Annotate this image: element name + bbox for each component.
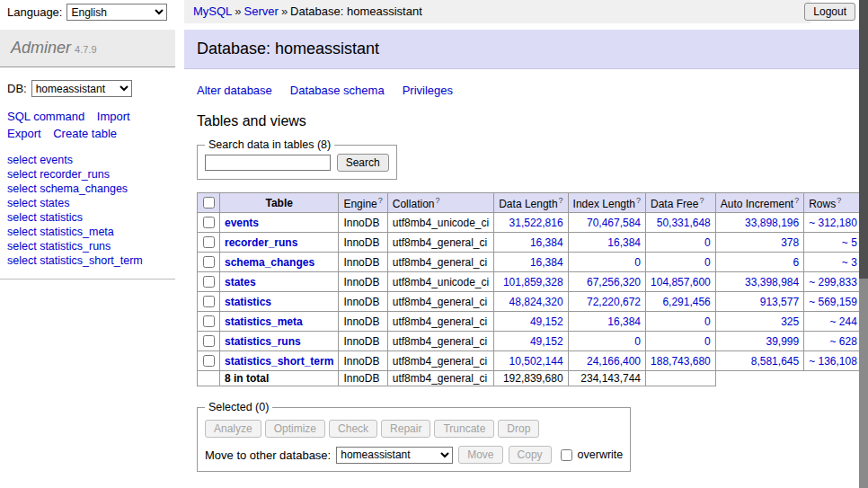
data-length-link[interactable]: 49,152 [530,335,563,348]
table-link[interactable]: statistics_meta [225,315,303,328]
index-length-link[interactable]: 67,256,320 [587,276,641,288]
total-data-free [646,371,716,386]
data-free-link[interactable]: 104,857,600 [651,276,711,288]
repair-button[interactable]: Repair [381,420,430,438]
help-icon: ? [378,196,383,205]
sidebar-item-select-events[interactable]: select events [7,153,175,167]
data-length-link[interactable]: 31,522,816 [509,217,563,229]
sidebar-item-select-states[interactable]: select states [7,196,175,210]
data-free-link[interactable]: 188,743,680 [651,355,711,368]
data-length-link[interactable]: 10,502,144 [509,355,563,368]
sidebar-create-table-link[interactable]: Create table [53,127,117,140]
sidebar-item-select-statistics[interactable]: select statistics [7,210,175,225]
row-checkbox[interactable] [203,335,215,347]
breadcrumb-mysql-link[interactable]: MySQL [193,4,232,18]
index-length-link[interactable]: 0 [634,256,641,269]
auto-increment-link[interactable]: 33,898,196 [745,217,799,229]
sidebar-export-link[interactable]: Export [7,127,41,140]
selected-actions: Analyze Optimize Check Repair Truncate D… [205,420,623,438]
auto-increment-link[interactable]: 325 [781,315,799,328]
rows-count-link[interactable]: ~ 5 [842,236,857,249]
move-database-select[interactable]: homeassistant [336,447,453,464]
search-button[interactable]: Search [337,154,389,172]
privileges-link[interactable]: Privileges [403,84,453,97]
copy-button[interactable]: Copy [509,446,552,464]
data-free-link[interactable]: 50,331,648 [657,217,711,229]
row-checkbox[interactable] [203,256,215,268]
sidebar-import-link[interactable]: Import [97,110,130,123]
rows-count-link[interactable]: ~ 244 [830,315,857,328]
alter-database-link[interactable]: Alter database [197,84,272,97]
data-length-link[interactable]: 48,824,320 [509,296,563,308]
table-link[interactable]: statistics [225,296,271,308]
analyze-button[interactable]: Analyze [205,420,261,438]
auto-increment-link[interactable]: 6 [793,256,799,269]
index-length-link[interactable]: 16,384 [607,315,641,328]
table-link[interactable]: statistics_runs [225,335,301,348]
breadcrumb-current: Database: homeassistant [290,4,422,18]
data-free-link[interactable]: 0 [704,256,711,269]
logout-button[interactable]: Logout [804,3,855,21]
sidebar-item-select-statistics-runs[interactable]: select statistics_runs [7,239,175,253]
auto-increment-link[interactable]: 39,999 [766,335,799,348]
row-checkbox[interactable] [203,296,215,307]
auto-increment-link[interactable]: 8,581,645 [751,355,799,368]
col-header-auto-increment: Auto Increment? [715,193,803,213]
rows-count-link[interactable]: ~ 3 [842,256,857,269]
index-length-link[interactable]: 72,220,672 [587,296,641,308]
select-all-checkbox[interactable] [203,197,215,209]
data-length-link[interactable]: 16,384 [530,236,563,249]
data-free-link[interactable]: 0 [704,236,711,249]
auto-increment-link[interactable]: 913,577 [760,296,799,308]
page-title: Database: homeassistant [184,30,868,69]
database-schema-link[interactable]: Database schema [290,84,385,97]
index-length-link[interactable]: 0 [634,335,641,348]
breadcrumb: MySQL»Server»Database: homeassistant [184,0,810,23]
table-link[interactable]: recorder_runs [225,236,297,249]
drop-button[interactable]: Drop [498,420,539,438]
check-button[interactable]: Check [329,420,377,438]
table-link[interactable]: statistics_short_term [225,355,333,368]
data-length-link[interactable]: 16,384 [530,256,563,269]
auto-increment-link[interactable]: 378 [781,236,799,249]
optimize-button[interactable]: Optimize [265,420,325,438]
scrollbar-thumb[interactable] [859,0,868,279]
rows-count-link[interactable]: ~ 569,159 [809,296,857,308]
search-input[interactable] [205,155,331,171]
breadcrumb-server-link[interactable]: Server [244,4,279,18]
sidebar-item-select-schema-changes[interactable]: select schema_changes [7,182,175,196]
data-free-link[interactable]: 6,291,456 [662,296,710,308]
row-checkbox[interactable] [203,315,215,327]
table-link[interactable]: schema_changes [225,256,314,269]
row-checkbox[interactable] [203,355,215,367]
rows-count-link[interactable]: ~ 628 [830,335,857,348]
rows-count-link[interactable]: ~ 299,833 [809,276,857,288]
table-link[interactable]: events [225,217,259,229]
breadcrumb-separator: » [281,4,288,18]
index-length-link[interactable]: 16,384 [607,236,641,249]
language-select[interactable]: English [66,4,167,21]
row-checkbox[interactable] [203,236,215,248]
rows-count-link[interactable]: ~ 312,180 [809,217,857,229]
overwrite-checkbox[interactable] [561,449,572,461]
auto-increment-link[interactable]: 33,398,984 [745,276,799,288]
truncate-button[interactable]: Truncate [434,420,494,438]
data-free-link[interactable]: 0 [704,335,711,348]
row-checkbox[interactable] [203,276,215,288]
scrollbar-track[interactable] [859,0,868,488]
sidebar-sql-command-link[interactable]: SQL command [7,110,84,123]
sidebar-item-select-recorder-runs[interactable]: select recorder_runs [7,167,175,182]
help-icon: ? [837,196,841,205]
row-checkbox[interactable] [203,217,215,228]
data-free-link[interactable]: 0 [704,315,711,328]
sidebar-item-select-statistics-meta[interactable]: select statistics_meta [7,225,175,239]
index-length-link[interactable]: 24,166,400 [587,355,641,368]
db-select[interactable]: homeassistant [31,80,132,97]
data-length-link[interactable]: 49,152 [530,315,563,328]
index-length-link[interactable]: 70,467,584 [587,217,641,229]
table-link[interactable]: states [225,276,256,288]
rows-count-link[interactable]: ~ 136,108 [809,355,857,368]
sidebar-item-select-statistics-short-term[interactable]: select statistics_short_term [7,253,175,268]
data-length-link[interactable]: 101,859,328 [503,276,563,288]
move-button[interactable]: Move [458,446,502,464]
